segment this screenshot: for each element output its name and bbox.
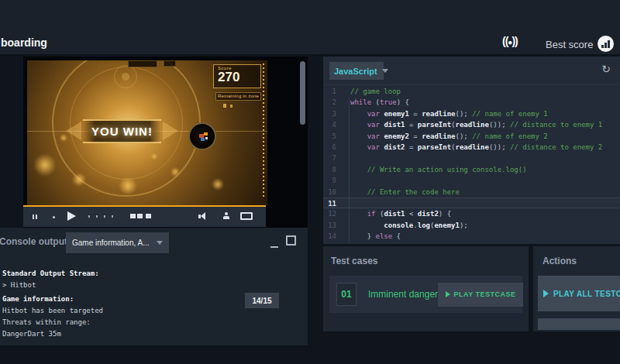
- line-number: 5: [325, 131, 336, 142]
- page-title: boarding: [1, 36, 47, 49]
- code-line[interactable]: 3 var enemy1 = readline(); // name of en…: [323, 108, 620, 119]
- frame-badge: 14/15: [245, 293, 279, 308]
- line-number: 13: [325, 220, 336, 231]
- console-title: Console output: [0, 236, 67, 247]
- code-line[interactable]: 7: [323, 153, 620, 163]
- frame-counter: [130, 214, 136, 218]
- actions-title: Actions: [542, 256, 577, 266]
- console-filter-dropdown[interactable]: Game information, A...: [66, 232, 169, 253]
- line-number: 4: [325, 119, 336, 130]
- player-controls-bar: [23, 205, 266, 227]
- editor-header: JavaScript ↻: [323, 57, 620, 85]
- maximize-icon[interactable]: [286, 235, 296, 246]
- code-line[interactable]: 8 // Write an action using console.log(): [323, 164, 620, 175]
- score-box: Score 270: [213, 64, 261, 88]
- best-score-label: Best score: [546, 39, 593, 50]
- app-root: boarding ((●)) Best score Score 270: [0, 0, 620, 364]
- robot-sprite: [188, 122, 216, 150]
- play-triangle-icon: [446, 291, 450, 297]
- console-line: Hitbot has been targeted: [2, 305, 103, 317]
- play-triangle-icon: [543, 290, 549, 297]
- line-number: 9: [325, 175, 336, 186]
- hud-element: [164, 60, 176, 67]
- code-line[interactable]: 2while (true) {: [323, 97, 620, 108]
- glow-particle: [170, 167, 180, 177]
- code-line[interactable]: 10 // Enter the code here: [323, 187, 620, 197]
- minimize-icon[interactable]: [270, 246, 278, 248]
- volume-icon-horn[interactable]: [201, 212, 205, 220]
- console-line: DangerDart 35m: [2, 328, 103, 340]
- code-line[interactable]: 14 } else {: [323, 231, 620, 242]
- test-case-row: 01 Imminent danger PLAY TESTCASE: [329, 276, 522, 313]
- line-number: 2: [325, 97, 336, 108]
- test-case-name: Imminent danger: [368, 289, 438, 300]
- code-line[interactable]: 11: [323, 197, 620, 208]
- code-line[interactable]: 1// game loop: [323, 86, 620, 97]
- code-line[interactable]: 13 console.log(enemy1);: [323, 220, 620, 231]
- language-selector[interactable]: JavaScript: [329, 62, 384, 80]
- win-text: YOU WIN!: [91, 125, 153, 138]
- play-icon[interactable]: [67, 211, 76, 221]
- line-number: 14: [325, 231, 336, 242]
- score-value: 270: [218, 70, 257, 84]
- code-line[interactable]: 6 var dist2 = parseInt(readline()); // d…: [323, 142, 620, 153]
- code-line[interactable]: 12 if (dist1 < dist2) {: [323, 208, 620, 219]
- language-value: JavaScript: [334, 67, 377, 76]
- console-line: Game information:: [2, 294, 103, 305]
- top-bar: boarding ((●)) Best score: [0, 0, 620, 56]
- speed-tick-marks: [88, 215, 90, 218]
- test-case-number: 01: [336, 283, 356, 306]
- glow-particle: [119, 177, 137, 195]
- code-line[interactable]: 9: [323, 175, 620, 186]
- remaining-label: Remaining in zone: [215, 92, 261, 101]
- play-testcase-button[interactable]: PLAY TESTCASE: [438, 283, 523, 307]
- line-number: 11: [325, 198, 336, 208]
- console-output-panel: Console output Game information, A... St…: [0, 228, 308, 345]
- console-line: Threats within range:: [2, 317, 103, 328]
- fullscreen-icon[interactable]: [240, 212, 253, 220]
- user-icon[interactable]: [225, 212, 228, 215]
- glow-particle: [212, 178, 224, 191]
- hud-element: [128, 60, 157, 67]
- viewer-scrollbar[interactable]: [300, 61, 305, 125]
- hud-mark: [223, 104, 226, 108]
- timeline-progress[interactable]: [23, 205, 266, 207]
- prev-frame-icon[interactable]: [53, 216, 55, 218]
- line-number: 3: [325, 108, 336, 119]
- line-number: 8: [325, 164, 336, 175]
- game-viewer-panel: Score 270 Remaining in zone YOU WIN!: [23, 57, 308, 228]
- you-win-banner: YOU WIN!: [83, 119, 161, 143]
- code-line[interactable]: 4 var dist1 = parseInt(readline()); // d…: [323, 119, 620, 130]
- test-cases-title: Test cases: [331, 256, 378, 266]
- reset-code-icon[interactable]: ↻: [601, 63, 611, 75]
- emblem-dot: [122, 73, 129, 81]
- glow-particle: [72, 173, 86, 187]
- hud-dot-strip: [263, 64, 264, 199]
- broadcast-dot: ●: [508, 38, 512, 46]
- console-line: Standard Output Stream:: [2, 268, 103, 280]
- broadcast-icon[interactable]: ((●)): [502, 35, 518, 47]
- line-number: 12: [325, 208, 336, 219]
- code-editor-panel: JavaScript ↻ 1// game loop2while (true) …: [323, 57, 620, 244]
- banner-arrow-left-icon: [66, 122, 81, 140]
- play-all-testcases-button[interactable]: PLAY ALL TESTCASES: [538, 276, 620, 311]
- secondary-action-button[interactable]: [538, 318, 620, 330]
- line-number: 7: [325, 153, 336, 163]
- glow-particle: [33, 153, 57, 177]
- line-number: 10: [325, 187, 336, 197]
- banner-arrow-right-icon: [163, 122, 178, 140]
- actions-panel: Actions PLAY ALL TESTCASES: [533, 246, 620, 331]
- line-number: 1: [325, 86, 336, 97]
- bar-chart-icon: [601, 45, 604, 48]
- game-screen[interactable]: Score 270 Remaining in zone YOU WIN!: [27, 60, 267, 205]
- code-line[interactable]: 5 var enemy2 = readline(); // name of en…: [323, 131, 620, 142]
- user-icon-body[interactable]: [223, 216, 229, 219]
- skip-back-icon[interactable]: [33, 215, 34, 219]
- best-score-icon[interactable]: [598, 36, 614, 52]
- console-line: > Hitbot: [2, 280, 103, 291]
- console-filter-value: Game information, A...: [72, 239, 152, 247]
- test-cases-panel: Test cases 01 Imminent danger PLAY TESTC…: [323, 246, 529, 331]
- code-area[interactable]: 1// game loop2while (true) {3 var enemy1…: [323, 86, 620, 242]
- glow-particle: [151, 153, 157, 160]
- chevron-down-icon: [382, 69, 388, 73]
